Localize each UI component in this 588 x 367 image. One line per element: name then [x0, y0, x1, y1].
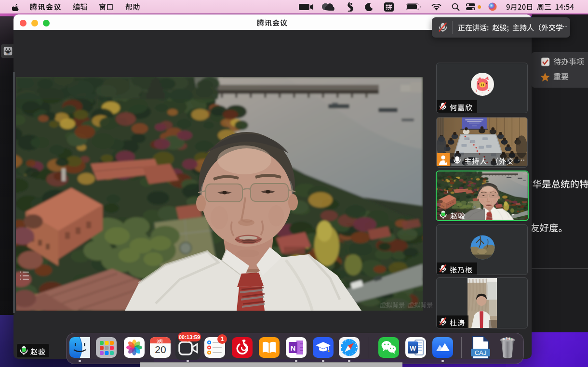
svg-text:CAJ: CAJ [475, 349, 487, 356]
svg-text:20: 20 [155, 344, 166, 355]
svg-text:W: W [410, 344, 416, 352]
svg-text:du: du [6, 52, 9, 55]
svg-text:N: N [291, 344, 296, 352]
